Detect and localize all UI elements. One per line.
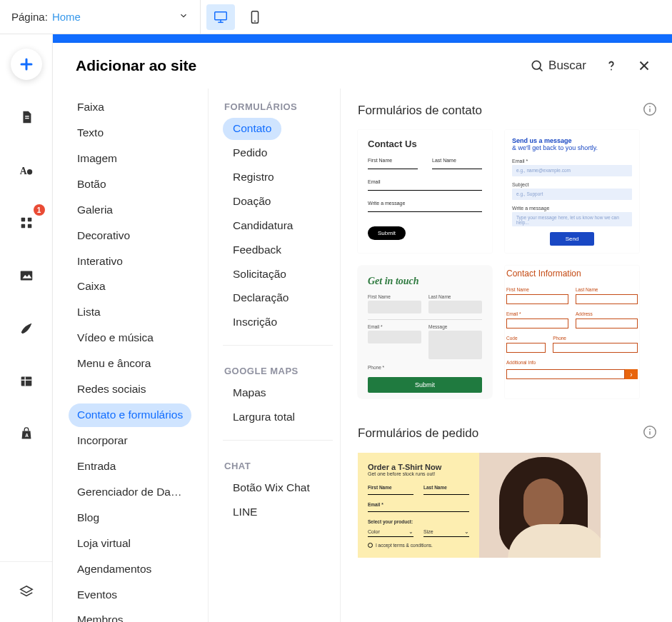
svg-rect-17	[21, 377, 31, 386]
svg-point-22	[532, 61, 541, 69]
info-icon[interactable]	[642, 424, 658, 443]
category-item[interactable]: Caixa	[69, 275, 114, 299]
svg-point-32	[649, 428, 651, 430]
svg-point-10	[26, 169, 31, 174]
panel-title: Adicionar ao site	[76, 57, 196, 74]
svg-line-23	[539, 68, 542, 71]
info-icon[interactable]	[642, 101, 658, 120]
svg-text:A: A	[25, 433, 29, 438]
subcategory-group-title: CHAT	[223, 455, 336, 477]
subcategory-item[interactable]: Declaração	[223, 287, 299, 309]
field-label: First Name	[368, 485, 413, 490]
category-item[interactable]: Agendamentos	[69, 558, 160, 581]
svg-rect-14	[27, 224, 31, 229]
order-preview-grid: Order a T-Shirt Now Get one before stock…	[358, 453, 658, 558]
field-label: Code	[506, 336, 546, 341]
category-item[interactable]: Membros	[69, 608, 132, 622]
preview-column[interactable]: Formulários de contato Contact Us First …	[341, 89, 672, 622]
field-label: First Name	[368, 294, 421, 299]
search-button[interactable]: Buscar	[530, 59, 586, 73]
field-label: First Name	[506, 287, 568, 292]
media-button[interactable]	[11, 260, 42, 291]
form-template-order-tshirt[interactable]: Order a T-Shirt Now Get one before stock…	[358, 453, 601, 558]
subcategory-item[interactable]: Largura total	[223, 406, 305, 428]
divider	[223, 345, 333, 346]
form-template-contact-us[interactable]: Contact Us First Name Last Name Email Wr…	[358, 130, 492, 253]
device-desktop-button[interactable]	[206, 4, 235, 30]
close-button[interactable]	[636, 58, 652, 74]
subcategory-item[interactable]: Solicitação	[223, 264, 296, 286]
svg-rect-0	[215, 11, 227, 19]
help-button[interactable]	[603, 58, 619, 74]
category-item[interactable]: Imagem	[69, 147, 126, 171]
field-label: Last Name	[576, 287, 638, 292]
subcategory-item[interactable]: Doação	[223, 191, 281, 213]
divider	[223, 440, 333, 441]
svg-marker-21	[20, 586, 32, 593]
section-header-contact: Formulários de contato	[358, 101, 658, 120]
form-template-send-message[interactable]: Send us a message & we'll get back to yo…	[505, 130, 639, 253]
field-label: Email *	[512, 159, 632, 164]
blog-button[interactable]	[11, 313, 42, 344]
svg-text:A: A	[19, 166, 26, 176]
category-item[interactable]: Menu e âncora	[69, 352, 159, 376]
subcategory-item[interactable]: Inscrição	[223, 311, 287, 333]
category-item[interactable]: Texto	[69, 121, 112, 145]
category-item[interactable]: Interativo	[69, 250, 131, 274]
field-label: Select your product:	[368, 519, 469, 524]
subcategory-item[interactable]: Botão Wix Chat	[223, 477, 320, 499]
category-item[interactable]: Incorporar	[69, 429, 136, 453]
search-label: Buscar	[548, 59, 586, 73]
category-item[interactable]: Contato e formulários	[69, 403, 191, 427]
svg-point-24	[611, 69, 612, 71]
category-item[interactable]: Redes sociais	[69, 378, 155, 401]
select-label: Color	[368, 529, 380, 534]
field-label: Email *	[368, 324, 421, 329]
svg-point-29	[649, 106, 651, 107]
store-button[interactable]: A	[11, 418, 42, 450]
layers-button[interactable]	[11, 576, 42, 608]
content-manager-button[interactable]	[11, 366, 42, 397]
design-button[interactable]: A	[11, 154, 42, 186]
subcategory-group-title: GOOGLE MAPS	[223, 360, 336, 382]
category-item[interactable]: Blog	[69, 506, 108, 530]
form-template-get-in-touch[interactable]: Get in touch First Name Last Name Email …	[358, 266, 492, 398]
apps-button[interactable]: 1	[11, 207, 42, 239]
category-item[interactable]: Vídeo e música	[69, 326, 162, 350]
category-item[interactable]: Faixa	[69, 96, 113, 119]
editor-blue-strip	[53, 34, 672, 43]
subcategory-item[interactable]: Candidatura	[223, 215, 303, 237]
category-item[interactable]: Lista	[69, 301, 109, 324]
field-label: Last Name	[423, 485, 469, 490]
category-item[interactable]: Loja virtual	[69, 532, 139, 556]
form-template-contact-information[interactable]: Contact Information First Name Last Name…	[505, 266, 639, 398]
category-item[interactable]: Entrada	[69, 455, 124, 478]
subcategory-item[interactable]: Feedback	[223, 239, 291, 261]
pages-button[interactable]	[11, 101, 42, 133]
select-label: Size	[423, 529, 433, 534]
subcategory-item[interactable]: Pedido	[223, 142, 277, 164]
category-item[interactable]: Botão	[69, 173, 115, 196]
field-placeholder: Type your message here, let us know how …	[512, 212, 632, 226]
field-label: Address	[576, 311, 638, 316]
device-mobile-button[interactable]	[241, 4, 269, 30]
field-label: Additional Info	[506, 360, 638, 365]
page-selector[interactable]: Página: Home	[0, 11, 200, 24]
card-title: Get in touch	[368, 276, 482, 287]
svg-rect-15	[20, 271, 32, 281]
subcategory-item[interactable]: LINE	[223, 501, 267, 523]
subcategory-item[interactable]: Mapas	[223, 382, 276, 404]
field-label: Phone *	[368, 365, 423, 370]
category-item[interactable]: Decorativo	[69, 224, 139, 248]
subcategory-item[interactable]: Registro	[223, 166, 284, 189]
category-item[interactable]: Eventos	[69, 583, 126, 607]
page-current: Home	[52, 11, 81, 23]
field-placeholder: e.g., name@example.com	[512, 165, 632, 176]
category-item[interactable]: Gerenciador de Da…	[69, 481, 190, 504]
category-item[interactable]: Galeria	[69, 199, 121, 222]
send-button-preview: Send	[550, 232, 595, 246]
subcategory-item[interactable]: Contato	[223, 118, 281, 140]
add-elements-button[interactable]	[11, 49, 42, 80]
terms-label: I accept terms & conditions.	[376, 543, 433, 548]
submit-bar: Submit	[368, 377, 482, 393]
